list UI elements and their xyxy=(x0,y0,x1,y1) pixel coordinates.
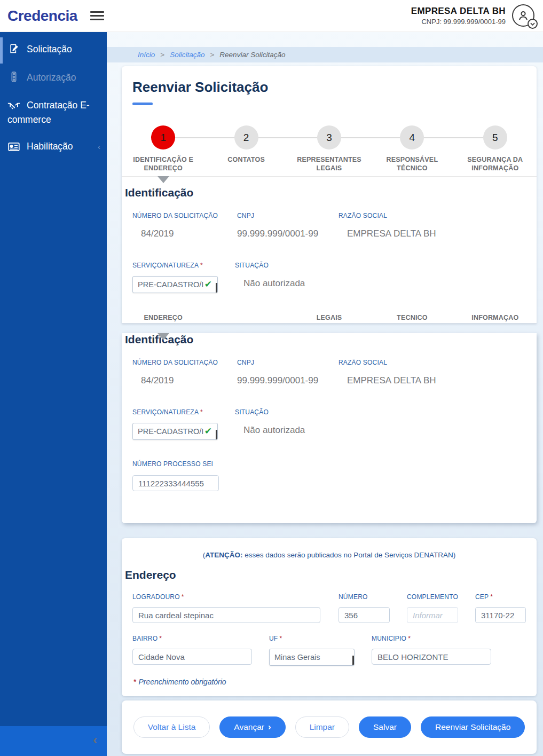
avancar-button[interactable]: Avançar› xyxy=(219,716,285,738)
field-value: EMPRESA DELTA BH xyxy=(339,375,526,386)
step-5-seguranca-informacao[interactable]: 5 SEGURANÇA DA INFORMAÇÃO xyxy=(454,125,537,173)
cep-input[interactable] xyxy=(475,607,526,623)
user-menu[interactable] xyxy=(512,4,536,28)
company-info: EMPRESA DELTA BH CNPJ: 99.999.999/0001-9… xyxy=(411,6,506,26)
note-attention: ATENÇÃO: xyxy=(205,551,242,559)
complemento-input[interactable] xyxy=(407,607,458,623)
sidebar: Solicitação Autorização Contratação E-co… xyxy=(0,32,107,756)
identificacao-card: Identificação NÚMERO DA SOLICITAÇÃO 84/2… xyxy=(122,333,537,523)
breadcrumb-separator: > xyxy=(210,51,214,59)
reenviar-solicitacao-button[interactable]: Reenviar Solicitação xyxy=(421,716,525,738)
selected-value: PRE-CADASTRO/I xyxy=(138,280,203,289)
field-razao-social: RAZÃO SOCIAL EMPRESA DELTA BH xyxy=(339,212,526,239)
field-municipio: MUNICIPIO* xyxy=(372,635,526,666)
required-asterisk: * xyxy=(408,635,411,642)
required-asterisk: * xyxy=(133,678,136,686)
partial-label: TECNICO xyxy=(371,314,453,321)
field-label: SERVIÇO/NATUREZA* xyxy=(132,262,235,269)
step-circle: 3 xyxy=(317,125,341,149)
salvar-button[interactable]: Salvar xyxy=(359,716,411,738)
field-situacao: SITUAÇÃO Não autorizada xyxy=(235,262,526,293)
field-label: NÚMERO PROCESSO SEI xyxy=(132,460,526,468)
step-label: REPRESENTANTES LEGAIS xyxy=(289,155,369,173)
sidebar-item-label: Habilitação xyxy=(27,141,73,152)
step-1-identificacao-endereco[interactable]: 1 IDENTIFICAÇÃO E ENDEREÇO xyxy=(122,125,204,173)
valid-check-icon: ✔ xyxy=(204,426,212,437)
partial-label xyxy=(204,314,287,321)
logradouro-input[interactable] xyxy=(132,607,320,623)
sidebar-collapse-icon[interactable]: ‹ xyxy=(93,734,97,746)
field-uf: UF* Minas Gerais xyxy=(269,635,372,666)
field-label: CEP* xyxy=(475,593,526,601)
field-logradouro: LOGRADOURO* xyxy=(132,593,339,623)
field-cep: CEP* xyxy=(475,593,526,623)
sidebar-item-autorizacao[interactable]: Autorização xyxy=(0,66,107,92)
hamburger-menu-icon[interactable] xyxy=(90,9,104,22)
status-badge: Não autorizada xyxy=(235,278,526,289)
sidebar-item-solicitacao[interactable]: Solicitação xyxy=(0,37,107,64)
main-content: Início > Solicitação > Reenviar Solicita… xyxy=(107,32,543,756)
field-value: 99.999.999/0001-99 xyxy=(237,229,339,239)
select-scroll-sliver xyxy=(352,656,354,665)
field-label: NÚMERO DA SOLICITAÇÃO xyxy=(132,359,237,366)
valid-check-icon: ✔ xyxy=(204,279,212,290)
servico-natureza-select[interactable]: PRE-CADASTRO/I ✔ xyxy=(132,423,218,440)
breadcrumb-current: Reenviar Solicitação xyxy=(219,51,285,59)
active-step-pointer-icon xyxy=(158,176,169,183)
field-label: COMPLEMENTO xyxy=(407,593,475,601)
field-label: SERVIÇO/NATUREZA* xyxy=(132,408,235,416)
page-title: Reenviar Solicitação xyxy=(132,79,537,96)
processo-sei-input[interactable] xyxy=(132,475,219,491)
chevron-down-icon[interactable] xyxy=(528,19,538,29)
step-circle: 4 xyxy=(400,125,424,149)
step-3-representantes-legais[interactable]: 3 REPRESENTANTES LEGAIS xyxy=(288,125,371,173)
sidebar-footer: ‹ xyxy=(0,726,107,756)
field-value: 99.999.999/0001-99 xyxy=(237,375,339,386)
company-name: EMPRESA DELTA BH xyxy=(411,6,506,17)
partial-label: LEGAIS xyxy=(288,314,371,321)
step-label: CONTATOS xyxy=(227,155,265,164)
field-label: CNPJ xyxy=(237,212,339,219)
section-heading-endereco: Endereço xyxy=(125,569,537,581)
field-label: NÚMERO DA SOLICITAÇÃO xyxy=(132,212,237,219)
field-label: UF* xyxy=(269,635,372,642)
breadcrumb-link-solicitacao[interactable]: Solicitação xyxy=(170,51,204,59)
chevron-left-icon[interactable]: ‹ xyxy=(98,141,100,152)
field-servico-natureza: SERVIÇO/NATUREZA* PRE-CADASTRO/I ✔ xyxy=(132,262,235,293)
field-label: NÚMERO xyxy=(339,593,407,601)
active-step-pointer-icon xyxy=(158,333,169,340)
servico-natureza-select[interactable]: PRE-CADASTRO/I ✔ xyxy=(132,276,218,293)
uf-select[interactable]: Minas Gerais xyxy=(269,649,355,666)
field-value: 84/2019 xyxy=(132,229,237,239)
select-scroll-sliver xyxy=(216,283,217,293)
sidebar-item-contratacao-ecommerce[interactable]: Contratação E-commerce xyxy=(0,93,107,132)
numero-input[interactable] xyxy=(339,607,390,623)
limpar-button[interactable]: Limpar xyxy=(295,716,349,738)
field-cnpj: CNPJ 99.999.999/0001-99 xyxy=(237,359,339,386)
selected-value: PRE-CADASTRO/I xyxy=(138,427,203,436)
field-label: RAZÃO SOCIAL xyxy=(339,359,526,366)
field-servico-natureza: SERVIÇO/NATUREZA* PRE-CADASTRO/I ✔ xyxy=(132,408,235,440)
request-card: Reenviar Solicitação 1 IDENTIFICAÇÃO E E… xyxy=(122,66,537,324)
voltar-lista-button[interactable]: Voltar à Lista xyxy=(133,716,210,738)
sidebar-item-label: Autorização xyxy=(27,72,76,83)
sidebar-item-habilitacao[interactable]: Habilitação ‹ xyxy=(0,135,107,161)
id-card-icon xyxy=(7,142,20,155)
step-divider xyxy=(122,176,537,177)
app-logo: Credencia xyxy=(7,7,77,25)
step-4-responsavel-tecnico[interactable]: 4 RESPONSÁVEL TÉCNICO xyxy=(371,125,453,173)
required-asterisk: * xyxy=(279,635,282,642)
field-bairro: BAIRRO* xyxy=(132,635,269,666)
breadcrumb-link-inicio[interactable]: Início xyxy=(138,51,155,59)
title-underline xyxy=(132,103,153,105)
endereco-card: (ATENÇÃO: esses dados serão publicados n… xyxy=(122,538,537,696)
field-label: CNPJ xyxy=(237,359,339,366)
select-scroll-sliver xyxy=(216,430,217,439)
step-2-contatos[interactable]: 2 CONTATOS xyxy=(204,125,287,173)
required-asterisk: * xyxy=(200,262,203,269)
municipio-input[interactable] xyxy=(372,649,491,665)
bairro-input[interactable] xyxy=(132,649,252,665)
sidebar-item-label: Solicitação xyxy=(27,44,72,54)
denatran-note: (ATENÇÃO: esses dados serão publicados n… xyxy=(122,538,537,559)
field-processo-sei: NÚMERO PROCESSO SEI xyxy=(122,460,537,491)
